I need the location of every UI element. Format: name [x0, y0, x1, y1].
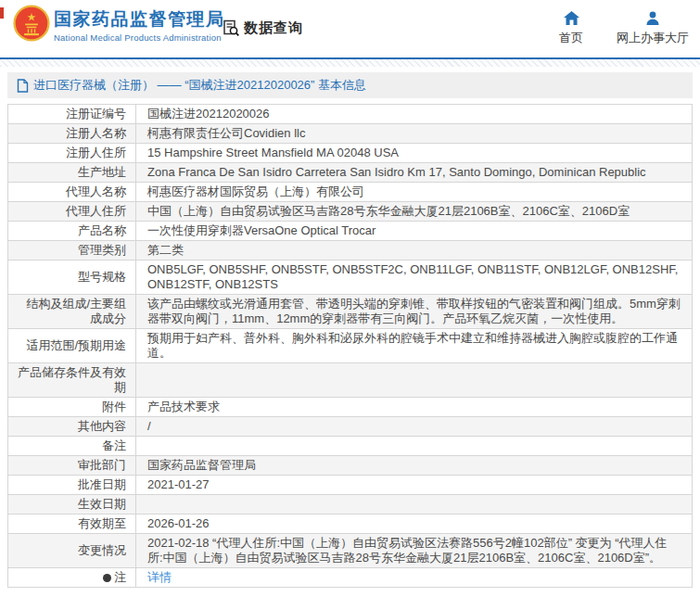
row-value: 一次性使用穿刺器VersaOne Optical Trocar: [136, 222, 693, 241]
table-row: 生产地址Zona Franca De San Isidro Carretera …: [8, 163, 693, 183]
row-value: 2026-01-26: [136, 514, 693, 534]
org-name-cn: 国家药品监督管理局: [54, 9, 225, 30]
table-row: 代理人名称柯惠医疗器材国际贸易（上海）有限公司: [8, 183, 693, 202]
national-emblem-logo[interactable]: [13, 5, 50, 42]
row-label: 结构及组成/主要组成成分: [8, 295, 136, 329]
row-value: 柯惠医疗器材国际贸易（上海）有限公司: [136, 183, 693, 202]
row-label: 产品储存条件及有效期: [8, 363, 136, 398]
row-label: 生效日期: [8, 495, 136, 514]
row-value: 产品技术要求: [136, 398, 693, 417]
row-label: 产品名称: [8, 222, 136, 241]
brand-block: 国家药品监督管理局 National Medical Products Admi…: [54, 9, 225, 43]
org-name-en: National Medical Products Administration: [54, 32, 225, 43]
nav-item-service-hall[interactable]: 网上办事大厅: [617, 11, 689, 46]
row-label: 注: [8, 568, 136, 588]
user-icon: [645, 11, 660, 25]
table-row-note: 注 详情: [8, 568, 693, 588]
table-row: 注册证编号国械注进20212020026: [8, 105, 693, 124]
table-row: 管理类别第二类: [8, 241, 693, 260]
row-value: ONB5LGF, ONB5SHF, ONB5STF, ONB5STF2C, ON…: [136, 260, 693, 295]
document-icon: [17, 79, 29, 93]
row-label: 有效期至: [8, 514, 136, 534]
national-emblem-icon: [13, 5, 50, 42]
edge-red-mark: [0, 7, 4, 19]
nav-item-label: 网上办事大厅: [617, 30, 689, 46]
row-value: 2021-01-27: [136, 476, 693, 495]
table-row: 变更情况2021-02-18 “代理人住所:中国（上海）自由贸易试验区法赛路55…: [8, 534, 693, 568]
row-label: 型号规格: [8, 260, 136, 295]
table-row: 批准日期2021-01-27: [8, 476, 693, 495]
table-row: 有效期至2026-01-26: [8, 514, 693, 534]
table-row: 产品储存条件及有效期: [8, 363, 693, 398]
row-label: 代理人住所: [8, 202, 136, 222]
table-row: 备注: [8, 437, 693, 456]
row-label: 备注: [8, 437, 136, 456]
stripe-decoration: [0, 59, 700, 67]
table-row: 产品名称一次性使用穿刺器VersaOne Optical Trocar: [8, 222, 693, 241]
table-row: 型号规格ONB5LGF, ONB5SHF, ONB5STF, ONB5STF2C…: [8, 260, 693, 295]
row-value: 中国（上海）自由贸易试验区马吉路28号东华金融大厦21层2106B室、2106C…: [136, 202, 693, 222]
row-label: 适用范围/预期用途: [8, 329, 136, 363]
row-value: 该产品由螺纹或光滑通用套管、带透明头端的穿刺锥、带取样按钮的气密装置和阀门组成。…: [136, 295, 693, 329]
data-query-label: 数据查询: [244, 19, 303, 37]
table-row: 注册人名称柯惠有限责任公司Covidien llc: [8, 124, 693, 144]
registration-info-table: 注册证编号国械注进20212020026 注册人名称柯惠有限责任公司Covidi…: [7, 104, 693, 588]
row-label: 附件: [8, 398, 136, 417]
nav-item-home[interactable]: 首页: [559, 11, 583, 46]
row-value: 详情: [136, 568, 693, 588]
row-value: 15 Hampshire Street Mansfield MA 02048 U…: [136, 144, 693, 163]
row-label: 审批部门: [8, 456, 136, 476]
note-icon: [103, 574, 111, 582]
document-search-icon: [223, 19, 240, 37]
site-header: 国家药品监督管理局 National Medical Products Admi…: [0, 0, 700, 57]
table-row: 结构及组成/主要组成成分该产品由螺纹或光滑通用套管、带透明头端的穿刺锥、带取样按…: [8, 295, 693, 329]
row-value: [136, 363, 693, 398]
row-label: 注册人名称: [8, 124, 136, 144]
row-value: 第二类: [136, 241, 693, 260]
row-label-text: 注: [114, 570, 126, 584]
row-label: 批准日期: [8, 476, 136, 495]
table-row: 附件产品技术要求: [8, 398, 693, 417]
row-label: 其他内容: [8, 417, 136, 437]
row-value: Zona Franca De San Isidro Carretera San …: [136, 163, 693, 183]
table-row: 其他内容/: [8, 417, 693, 437]
nav-item-label: 首页: [559, 30, 583, 46]
row-label: 管理类别: [8, 241, 136, 260]
row-label: 生产地址: [8, 163, 136, 183]
row-value: [136, 495, 693, 514]
table-row: 适用范围/预期用途预期用于妇产科、普外科、胸外科和泌尿外科的腔镜手术中建立和维持…: [8, 329, 693, 363]
home-icon: [564, 11, 579, 25]
row-value: /: [136, 417, 693, 437]
row-value: 国械注进20212020026: [136, 105, 693, 124]
table-row: 代理人住所中国（上海）自由贸易试验区马吉路28号东华金融大厦21层2106B室、…: [8, 202, 693, 222]
row-value: 柯惠有限责任公司Covidien llc: [136, 124, 693, 144]
row-label: 变更情况: [8, 534, 136, 568]
table-row: 生效日期: [8, 495, 693, 514]
row-value: 国家药品监督管理局: [136, 456, 693, 476]
table-row: 注册人住所15 Hampshire Street Mansfield MA 02…: [8, 144, 693, 163]
row-value: 预期用于妇产科、普外科、胸外科和泌尿外科的腔镜手术中建立和维持器械进入胸腔或腹腔…: [136, 329, 693, 363]
row-label: 注册人住所: [8, 144, 136, 163]
page: 国家药品监督管理局 National Medical Products Admi…: [0, 0, 700, 597]
top-nav: 首页 网上办事大厅: [559, 11, 689, 46]
breadcrumb: 进口医疗器械（注册） —— “国械注进20212020026” 基本信息: [7, 72, 693, 98]
row-value: 2021-02-18 “代理人住所:中国（上海）自由贸易试验区法赛路556号2幢…: [136, 534, 693, 568]
detail-link[interactable]: 详情: [147, 570, 172, 584]
table-row: 审批部门国家药品监督管理局: [8, 456, 693, 476]
data-query-button[interactable]: 数据查询: [223, 19, 303, 37]
row-label: 代理人名称: [8, 183, 136, 202]
breadcrumb-text: 进口医疗器械（注册） —— “国械注进20212020026” 基本信息: [33, 77, 366, 94]
row-value: [136, 437, 693, 456]
row-label: 注册证编号: [8, 105, 136, 124]
